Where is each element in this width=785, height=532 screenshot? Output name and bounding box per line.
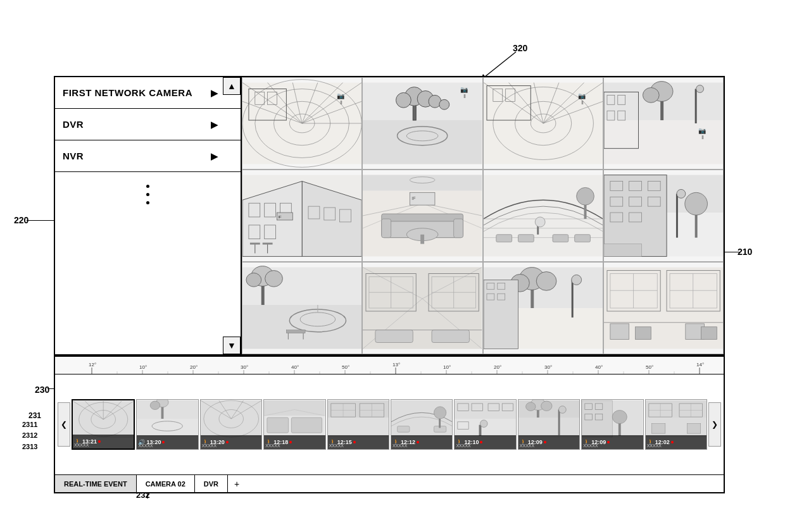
camera-cell-2-3[interactable] — [483, 170, 603, 262]
tab-real-time-event[interactable]: REAL-TIME EVENT — [55, 475, 137, 492]
thumb-scene-6 — [391, 400, 452, 438]
svg-rect-158 — [375, 330, 413, 343]
svg-rect-166 — [571, 280, 573, 317]
dot-2 — [146, 193, 149, 196]
sidebar-panel: ▲ FIRST NETWORK CAMERA ▶ DVR ▶ NVR ▶ ▼ — [55, 77, 242, 356]
svg-point-113 — [535, 217, 545, 227]
camera-cell-2-1[interactable]: IF — [242, 170, 362, 262]
svg-rect-264 — [439, 419, 441, 428]
ref-line-210 — [725, 252, 741, 252]
thumb-scene-5 — [328, 400, 389, 438]
dot-3 — [146, 201, 149, 204]
tab-dvr[interactable]: DVR — [195, 475, 228, 492]
thumb-label-5: XXXXX — [329, 443, 344, 448]
tabs-row: REAL-TIME EVENT CAMERA 02 DVR + — [55, 474, 724, 492]
sidebar-item-first-network-camera[interactable]: FIRST NETWORK CAMERA ▶ — [55, 77, 241, 109]
svg-rect-250 — [267, 418, 289, 433]
svg-text:Ⅱ: Ⅱ — [340, 100, 342, 106]
svg-rect-95 — [382, 219, 391, 238]
thumbnail-item-6[interactable]: 🚶 12:12 XXXXX — [391, 399, 453, 450]
thumbnail-item-1[interactable]: 🚶 13:21 XXXXX — [72, 399, 135, 450]
svg-rect-168 — [484, 280, 518, 349]
svg-rect-83 — [250, 243, 260, 245]
camera-cell-2-4[interactable] — [603, 170, 724, 262]
thumbnail-item-7[interactable]: 🚶 12:10 XXXXX — [454, 399, 516, 450]
thumb-label-10: XXXXX — [647, 443, 662, 448]
scroll-down-button[interactable]: ▼ — [223, 337, 241, 354]
thumb-svg-5 — [328, 400, 389, 438]
tab-camera-02[interactable]: CAMERA 02 — [137, 475, 195, 492]
svg-text:📷: 📷 — [698, 127, 706, 135]
camera-scene-3-3 — [484, 263, 603, 354]
svg-point-60 — [643, 88, 659, 103]
svg-point-128 — [685, 192, 708, 215]
camera-scene-2-2: IF — [363, 170, 482, 261]
thumbnail-item-3[interactable]: 🚶 13:20 XXXXX — [200, 399, 262, 450]
svg-point-165 — [536, 272, 556, 291]
svg-text:📷: 📷 — [460, 85, 468, 94]
svg-rect-84 — [263, 243, 273, 245]
svg-point-278 — [525, 402, 535, 411]
camera-cell-1-1[interactable]: 📷 Ⅱ — [242, 77, 362, 170]
thumb-svg-6 — [391, 400, 452, 438]
thumb-dot-7 — [480, 441, 482, 443]
svg-rect-182 — [610, 324, 629, 340]
prev-thumbnail-button[interactable]: ❮ — [58, 402, 70, 447]
camera-cell-2-2[interactable]: IF — [362, 170, 482, 262]
svg-rect-298 — [651, 424, 665, 433]
camera-scene-1-3: 📷 Ⅱ — [484, 78, 603, 169]
camera-cell-3-4[interactable] — [603, 262, 724, 354]
thumb-label-8: XXXXX — [520, 443, 534, 448]
thumb-scene-1 — [73, 400, 134, 438]
thumbnail-item-9[interactable]: 🚶 12:09 XXXXX — [581, 399, 643, 450]
thumb-label-9: XXXXX — [583, 443, 598, 448]
svg-text:20°: 20° — [190, 364, 198, 370]
thumb-dot-8 — [544, 441, 546, 443]
svg-rect-253 — [328, 400, 389, 418]
ref-label-2311: 2311 — [22, 421, 37, 428]
camera-cell-1-4[interactable]: 📷 Ⅱ — [603, 77, 724, 170]
svg-point-281 — [558, 406, 566, 414]
svg-text:14°: 14° — [696, 362, 704, 368]
svg-text:📷: 📷 — [577, 92, 586, 100]
svg-point-289 — [612, 411, 627, 424]
camera-scene-3-1 — [242, 263, 361, 354]
thumb-scene-7 — [455, 400, 515, 438]
sidebar-label-nvr: NVR — [63, 151, 206, 161]
camera-cell-3-1[interactable] — [242, 262, 362, 354]
sidebar-item-nvr[interactable]: NVR ▶ — [55, 140, 241, 172]
svg-rect-61 — [694, 89, 696, 123]
thumbnail-item-10[interactable]: 🚶 12:02 XXXXX — [645, 399, 707, 450]
thumbnail-item-5[interactable]: 🚶 12:15 XXXXX — [327, 399, 389, 450]
thumbnail-item-8[interactable]: 🚶 12:09 XXXXX — [518, 399, 580, 450]
svg-rect-159 — [432, 330, 469, 343]
camera-cell-1-3[interactable]: 📷 Ⅱ — [483, 77, 603, 170]
svg-rect-280 — [558, 410, 560, 435]
thumb-scene-2 — [137, 400, 198, 438]
svg-text:10°: 10° — [443, 364, 451, 370]
tab-add-button[interactable]: + — [228, 475, 246, 492]
camera-cell-3-2[interactable] — [362, 262, 482, 354]
sidebar-item-dvr[interactable]: DVR ▶ — [55, 109, 241, 140]
thumbnail-item-2[interactable]: 🔊 13:20 XXXXX — [136, 399, 198, 450]
thumb-svg-3 — [201, 400, 261, 438]
camera-scene-1-1: 📷 Ⅱ — [242, 78, 361, 169]
svg-point-136 — [265, 271, 283, 287]
thumb-scene-8 — [518, 400, 579, 438]
svg-text:📷: 📷 — [337, 92, 345, 100]
timeline-ruler: 12° 10° 20° 30° 40° 50° 13° 10° — [55, 357, 724, 374]
camera-cell-1-2[interactable]: 📷 Ⅱ — [362, 77, 482, 170]
camera-grid: 📷 Ⅱ — [242, 77, 724, 356]
svg-point-111 — [576, 187, 594, 205]
next-thumbnail-button[interactable]: ❯ — [708, 402, 721, 447]
svg-point-97 — [410, 177, 436, 183]
camera-cell-3-3[interactable] — [483, 262, 603, 354]
svg-text:Ⅱ: Ⅱ — [463, 94, 466, 99]
main-ui-container: ▲ FIRST NETWORK CAMERA ▶ DVR ▶ NVR ▶ ▼ — [54, 76, 725, 493]
thumbnail-item-4[interactable]: 🚶 12:18 XXXXX — [263, 399, 325, 450]
thumb-label-6: XXXXX — [392, 443, 407, 448]
ref-label-230: 230 — [35, 385, 49, 395]
scroll-up-button[interactable]: ▲ — [223, 77, 241, 95]
svg-rect-109 — [574, 235, 590, 242]
svg-text:30°: 30° — [544, 364, 552, 370]
